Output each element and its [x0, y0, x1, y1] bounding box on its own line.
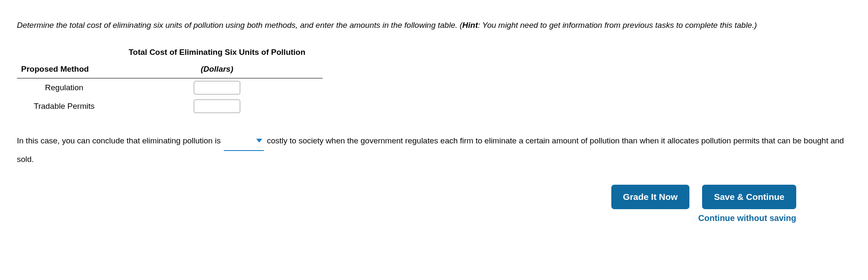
- chevron-down-icon: [256, 139, 262, 143]
- instructions-post: : You might need to get information from…: [478, 21, 757, 30]
- cost-table: Total Cost of Eliminating Six Units of P…: [17, 44, 323, 116]
- action-button-row: Grade It Now Save & Continue: [17, 185, 851, 209]
- conclusion-before: In this case, you can conclude that elim…: [17, 136, 223, 145]
- table-row: Regulation: [17, 78, 323, 97]
- hint-label: Hint: [462, 21, 478, 30]
- instructions-pre: Determine the total cost of eliminating …: [17, 21, 462, 30]
- input-tradable-permits-cost[interactable]: [194, 100, 240, 113]
- table-header-method: Proposed Method: [17, 61, 111, 78]
- table-row: Tradable Permits: [17, 97, 323, 116]
- save-continue-button[interactable]: Save & Continue: [702, 185, 796, 209]
- conclusion-paragraph: In this case, you can conclude that elim…: [17, 132, 851, 168]
- row-label-tradable-permits: Tradable Permits: [17, 97, 111, 116]
- table-header-cost-line1: Total Cost of Eliminating Six Units of P…: [111, 44, 323, 61]
- table-header-cost-line2: (Dollars): [111, 61, 323, 78]
- continue-without-saving-link[interactable]: Continue without saving: [698, 213, 796, 223]
- grade-it-now-button[interactable]: Grade It Now: [611, 185, 690, 209]
- instructions-text: Determine the total cost of eliminating …: [17, 17, 851, 34]
- input-regulation-cost[interactable]: [194, 81, 240, 94]
- costliness-dropdown[interactable]: [224, 132, 264, 151]
- row-label-regulation: Regulation: [17, 78, 111, 97]
